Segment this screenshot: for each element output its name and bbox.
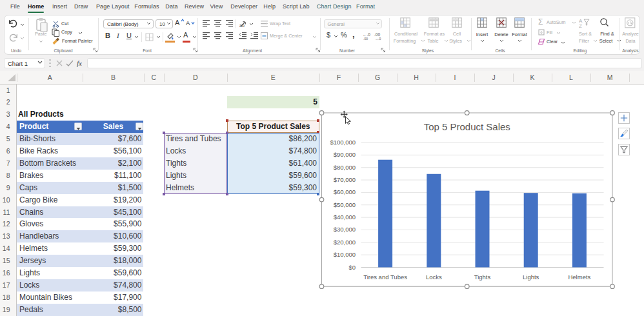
svg-text:$60,000: $60,000 <box>334 188 356 195</box>
svg-text:Lights: Lights <box>523 273 539 280</box>
svg-text:Z: Z <box>579 23 582 28</box>
svg-text:$40,000: $40,000 <box>334 213 356 221</box>
svg-text:fx: fx <box>77 59 82 67</box>
svg-text:←.0: ←.0 <box>363 32 370 37</box>
svg-text:Tires and Tubes: Tires and Tubes <box>363 273 407 280</box>
svg-text:$20,000: $20,000 <box>334 238 356 245</box>
svg-text:→.0: →.0 <box>375 37 381 41</box>
svg-text:$10,000: $10,000 <box>334 251 356 258</box>
svg-text:$30,000: $30,000 <box>334 226 356 233</box>
svg-text:$50,000: $50,000 <box>334 201 356 208</box>
svg-text:Top 5 Product Sales: Top 5 Product Sales <box>424 121 510 132</box>
svg-text:ab: ab <box>239 23 245 28</box>
svg-text:$80,000: $80,000 <box>334 163 356 170</box>
svg-text:$100,000: $100,000 <box>330 139 356 146</box>
svg-text:Helmets: Helmets <box>568 273 590 280</box>
svg-text:$70,000: $70,000 <box>334 176 356 183</box>
svg-text:$0: $0 <box>348 263 356 270</box>
svg-text:.00: .00 <box>363 37 368 41</box>
svg-text:Tights: Tights <box>474 273 491 280</box>
svg-text:.00: .00 <box>374 32 380 37</box>
svg-text:$90,000: $90,000 <box>334 151 356 158</box>
svg-text:Locks: Locks <box>426 273 442 280</box>
